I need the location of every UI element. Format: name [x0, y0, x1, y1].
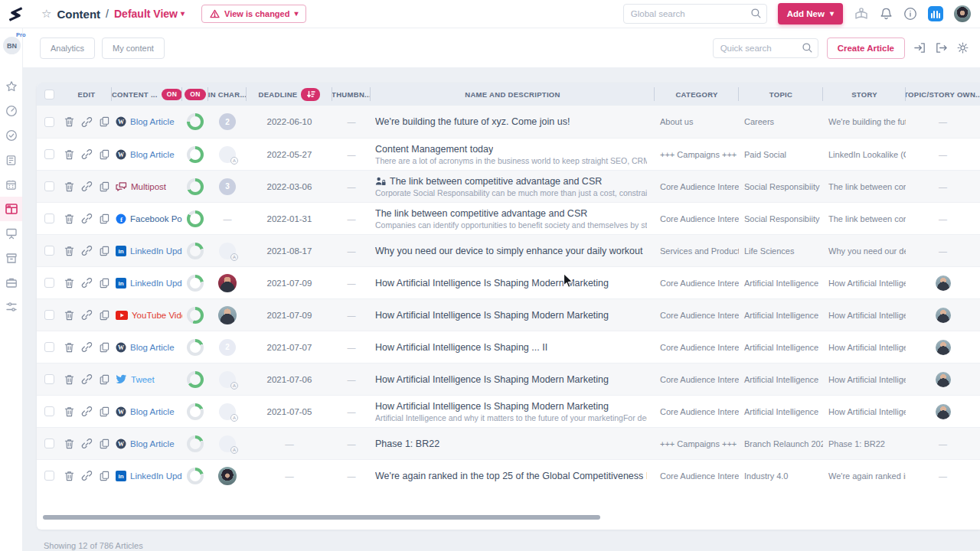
topic-cell[interactable]: Industry 4.0: [739, 460, 823, 491]
story-cell[interactable]: We're building the fut...: [823, 106, 906, 138]
category-cell[interactable]: Core Audience Interests: [655, 364, 739, 395]
name-cell[interactable]: The link between competitive advantage a…: [371, 171, 655, 202]
deadline-cell[interactable]: —: [247, 460, 332, 491]
in-charge-avatar[interactable]: [218, 274, 237, 292]
owner-avatar[interactable]: [936, 372, 951, 387]
assign-user-button[interactable]: A: [219, 243, 236, 259]
owner-cell[interactable]: [906, 331, 980, 363]
view-selector[interactable]: Default View ▾: [114, 8, 185, 20]
category-cell[interactable]: Core Audience Interests: [655, 299, 739, 331]
category-cell[interactable]: Core Audience Interests: [655, 171, 739, 202]
link-icon[interactable]: [81, 246, 93, 256]
in-charge-cell[interactable]: A: [208, 364, 247, 395]
deadline-cell[interactable]: 2022-06-10: [247, 106, 332, 138]
my-content-button[interactable]: My content: [102, 37, 165, 59]
progress-cell[interactable]: [182, 171, 208, 202]
assign-user-button[interactable]: A: [219, 371, 236, 388]
delete-icon[interactable]: [64, 471, 74, 481]
table-row[interactable]: WBlog Article 2 2022-06-10 — We're build…: [37, 106, 980, 138]
in-charge-avatar[interactable]: [218, 306, 237, 324]
name-cell[interactable]: How Artificial Intelligence Is Shaping M…: [371, 396, 655, 427]
story-cell[interactable]: Why you need our de...: [823, 235, 906, 266]
thumbnail-cell[interactable]: —: [332, 331, 371, 363]
content-type-cell[interactable]: inLinkedIn Upda: [112, 267, 182, 298]
add-new-button[interactable]: Add New ▾: [778, 3, 843, 24]
progress-cell[interactable]: [182, 460, 208, 491]
table-row[interactable]: WBlog Article A 2021-07-05 — How Artific…: [37, 395, 980, 427]
in-charge-count[interactable]: 2: [219, 339, 236, 356]
import-icon[interactable]: [913, 41, 926, 54]
link-icon[interactable]: [81, 310, 93, 320]
name-cell[interactable]: We're again ranked in the top 25 of the …: [371, 460, 655, 491]
in-charge-cell[interactable]: [208, 267, 247, 298]
analytics-button[interactable]: Analytics: [40, 37, 95, 59]
sidebar-item-presentation[interactable]: [0, 221, 22, 246]
duplicate-icon[interactable]: [100, 439, 109, 449]
column-topic[interactable]: TOPIC: [739, 83, 823, 106]
content-type-cell[interactable]: inLinkedIn Upda: [112, 235, 182, 266]
story-cell[interactable]: How Artificial Intellige...: [823, 364, 906, 395]
column-deadline[interactable]: DEADLINE: [247, 83, 332, 106]
table-row[interactable]: YouTube Vide 2021-07-09 — How Artificial…: [37, 298, 980, 331]
in-charge-count[interactable]: 2: [219, 113, 236, 130]
name-cell[interactable]: The link between competitive advantage a…: [371, 203, 655, 234]
table-row[interactable]: WBlog Article A 2022-05-27 — Content Man…: [37, 138, 980, 170]
owner-cell[interactable]: [906, 299, 980, 331]
user-avatar[interactable]: [954, 5, 971, 22]
in-charge-cell[interactable]: [208, 299, 247, 331]
delete-icon[interactable]: [64, 310, 74, 321]
topic-cell[interactable]: Artificial Intelligence: [739, 364, 823, 395]
link-icon[interactable]: [81, 278, 93, 288]
row-checkbox[interactable]: [44, 278, 54, 288]
sort-descending-icon[interactable]: [301, 88, 320, 101]
category-cell[interactable]: Core Audience Interests: [655, 267, 739, 298]
thumbnail-cell[interactable]: —: [332, 396, 371, 427]
content-type-cell[interactable]: WBlog Article: [112, 139, 182, 170]
content-type-on-badge[interactable]: ON: [162, 89, 182, 100]
duplicate-icon[interactable]: [100, 406, 109, 417]
duplicate-icon[interactable]: [100, 214, 109, 224]
info-icon[interactable]: [903, 7, 917, 21]
link-icon[interactable]: [81, 342, 93, 352]
name-cell[interactable]: How Artificial Intelligence Is Shaping M…: [371, 267, 655, 298]
category-cell[interactable]: Core Audience Interests: [655, 396, 739, 427]
duplicate-icon[interactable]: [100, 149, 109, 160]
table-row[interactable]: Multipost 3 2022-03-06 — The link betwee…: [37, 170, 980, 202]
link-icon[interactable]: [81, 374, 93, 384]
deadline-cell[interactable]: —: [247, 428, 332, 459]
duplicate-icon[interactable]: [100, 374, 109, 385]
owner-cell[interactable]: —: [906, 203, 980, 234]
thumbnail-cell[interactable]: —: [332, 106, 371, 138]
delete-icon[interactable]: [64, 181, 74, 192]
sidebar-item-calendar[interactable]: [0, 172, 22, 197]
story-cell[interactable]: How Artificial Intellige...: [823, 299, 906, 331]
row-checkbox[interactable]: [44, 149, 54, 159]
sidebar-item-projects[interactable]: [0, 270, 22, 295]
assign-user-button[interactable]: A: [219, 435, 236, 452]
row-checkbox[interactable]: [44, 310, 54, 320]
deadline-cell[interactable]: 2022-01-31: [247, 203, 332, 234]
horizontal-scrollbar[interactable]: [43, 515, 600, 520]
sidebar-item-filters[interactable]: [0, 295, 22, 319]
category-cell[interactable]: +++ Campaigns +++: [655, 139, 739, 170]
deadline-cell[interactable]: 2022-03-06: [247, 171, 332, 202]
create-article-button[interactable]: Create Article: [827, 37, 905, 59]
owner-avatar[interactable]: [936, 404, 951, 419]
table-row[interactable]: inLinkedIn Upda 2021-07-09 — How Artific…: [37, 266, 980, 298]
deadline-cell[interactable]: 2021-07-09: [247, 299, 332, 331]
in-charge-cell[interactable]: A: [208, 396, 247, 427]
name-cell[interactable]: Content Management today There are a lot…: [371, 139, 655, 170]
sidebar-item-tasks[interactable]: [0, 123, 22, 148]
thumbnail-cell[interactable]: —: [332, 139, 371, 170]
thumbnail-cell[interactable]: —: [332, 267, 371, 298]
in-charge-cell[interactable]: —: [208, 203, 247, 234]
duplicate-icon[interactable]: [100, 310, 109, 321]
thumbnail-cell[interactable]: —: [332, 299, 371, 331]
select-all-checkbox[interactable]: [44, 90, 54, 99]
progress-cell[interactable]: [182, 106, 208, 138]
topic-cell[interactable]: Artificial Intelligence: [739, 267, 823, 298]
in-charge-cell[interactable]: [208, 460, 247, 491]
sidebar-item-archive[interactable]: [0, 246, 22, 270]
in-charge-cell[interactable]: A: [208, 139, 247, 170]
category-cell[interactable]: Services and Products: [655, 235, 739, 266]
